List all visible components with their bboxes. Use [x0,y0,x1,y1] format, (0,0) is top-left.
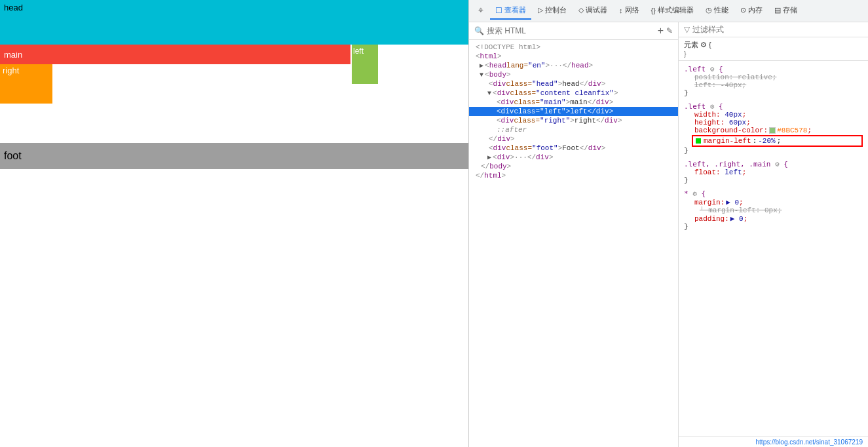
footer-url[interactable]: https://blog.csdn.net/sinat_31067219 [679,437,868,447]
html-panel: 🔍 + ✎ <!DOCTYPE html> <html> [469,22,679,447]
css-close-1: } [684,89,863,97]
css-rule-bgcolor: background-color: #8BC578; [684,126,863,134]
html-tag[interactable]: <html> [469,52,678,61]
html-div-collapsed[interactable]: <div >···</div> [469,153,678,162]
tab-storage[interactable]: ▤ 存储 [769,2,802,20]
devtools-main: 🔍 + ✎ <!DOCTYPE html> <html> [469,22,868,447]
left-label: left [352,45,365,57]
performance-icon: ◷ [706,6,712,14]
filter-icon: ▽ [684,25,690,34]
color-swatch [769,127,776,134]
html-div-foot[interactable]: <div class="foot" >Foot</div> [469,144,678,153]
css-filter-input[interactable] [692,25,863,34]
css-rule-margin-left: margin-left: -20%; [692,135,863,147]
html-close[interactable]: </html> [469,171,678,180]
css-rule-width: width: 40px; [684,111,863,119]
edit-indicator [696,138,701,144]
head-label: head [4,3,23,12]
css-rule-padding: padding: ▶ 0; [684,214,863,223]
html-div-right[interactable]: <div class="right" >right</div> [469,116,678,125]
page-main: main [0,45,350,64]
inspector-icon: ☐ [495,6,502,15]
expand-div[interactable] [487,153,491,161]
foot-label: foot [4,150,22,162]
css-selector-1: .left ⚙ { [684,65,863,73]
tab-network[interactable]: ↕ 网络 [614,2,645,20]
html-search-bar: 🔍 + ✎ [469,22,678,40]
console-icon: ▷ [538,6,543,14]
tab-performance[interactable]: ◷ 性能 [700,2,734,20]
devtools-panel: ⌖ ☐ 查看器 ▷ 控制台 ◇ 调试器 ↕ 网络 {} 样式编辑器 ◷ [468,0,868,447]
element-header: 元素 ⚙ { } [679,37,868,61]
browser-container: head main left right foot [0,0,868,447]
expand-head[interactable] [480,62,483,69]
expand-body[interactable] [480,71,483,79]
css-rule-left: left: -40px; [684,81,863,89]
devtools-right: ▽ 元素 ⚙ { } .left ⚙ { position: relative; [679,22,868,447]
css-close-4: } [684,223,863,231]
search-icon: 🔍 [474,26,484,35]
right-label: right [3,66,19,75]
html-doctype[interactable]: <!DOCTYPE html> [469,43,678,52]
css-close-2: } [684,147,863,155]
html-tree: <!DOCTYPE html> <html> <head lang="en" >… [469,40,678,447]
tab-inspector[interactable]: ☐ 查看器 [490,2,531,20]
html-div-close[interactable]: </div> [469,134,678,144]
page-head: head [0,0,468,45]
css-selector-3: .left, .right, .main ⚙ { [684,160,863,168]
debugger-icon: ◇ [578,6,584,14]
html-div-content[interactable]: <div class="content cleanfix" > [469,88,678,98]
page-content: main left right [0,45,468,104]
tab-style-editor[interactable]: {} 样式编辑器 [646,2,699,20]
storage-icon: ▤ [774,6,781,14]
gear-icon[interactable]: ⚙ [700,41,707,49]
css-selector-4: * ⚙ { [684,189,863,198]
edit-button[interactable]: ✎ [666,26,673,35]
main-label: main [4,50,22,60]
css-rule-float: float: left; [684,168,863,176]
search-input[interactable] [487,26,655,35]
html-div-left[interactable]: <div class="left" >left</div> [469,107,678,116]
expand-content[interactable] [487,90,491,97]
html-after[interactable]: ::after [469,125,678,134]
tab-memory[interactable]: ⊙ 内存 [735,2,768,20]
tab-debugger[interactable]: ◇ 调试器 [573,2,613,20]
html-div-head[interactable]: <div class="head" >head</div> [469,79,678,88]
html-div-main[interactable]: <div class="main" >main</div> [469,98,678,107]
devtools-toolbar: ⌖ ☐ 查看器 ▷ 控制台 ◇ 调试器 ↕ 网络 {} 样式编辑器 ◷ [469,0,868,22]
webpage-preview: head main left right foot [0,0,468,447]
css-rule-height: height: 60px; [684,119,863,126]
css-rule-position: position: relative; [684,73,863,81]
css-rule-margin-left-star: └ margin-left: 0px; [684,206,863,214]
style-icon: {} [651,7,656,14]
page-left: left [352,45,378,84]
network-icon: ↕ [619,7,623,14]
css-filter-bar: ▽ [679,22,868,37]
css-close-3: } [684,176,863,184]
add-button[interactable]: + [658,25,664,37]
html-body-close[interactable]: </body> [469,162,678,171]
css-panel: .left ⚙ { position: relative; left: -40p… [679,61,868,437]
css-rule-margin: margin: ▶ 0; [684,198,863,206]
css-selector-2: .left ⚙ { [684,102,863,111]
tab-console[interactable]: ▷ 控制台 [533,2,572,20]
css-section-float: .left, .right, .main ⚙ { float: left; } [684,160,863,184]
page-right: right [0,64,52,104]
css-section-left-2: .left ⚙ { width: 40px; height: 60px; bac… [684,102,863,155]
page-foot: foot [0,143,468,169]
css-section-left-1: .left ⚙ { position: relative; left: -40p… [684,65,863,97]
css-section-star: * ⚙ { margin: ▶ 0; └ margin-left: 0px; p… [684,189,863,231]
html-body[interactable]: <body> [469,70,678,79]
html-head[interactable]: <head lang="en" >···</head> [469,61,678,70]
memory-icon: ⊙ [740,6,746,14]
tab-cursor[interactable]: ⌖ [473,1,489,20]
